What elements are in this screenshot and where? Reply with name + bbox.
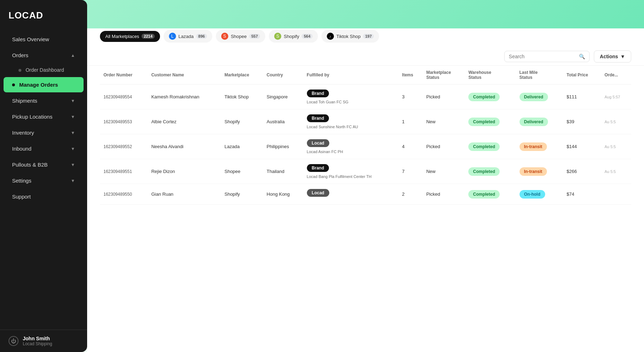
order-timestamp: Au 5:5 [601, 134, 631, 159]
tab-count: 564 [302, 34, 312, 39]
last-mile-status: In-transit [516, 134, 563, 159]
items: 4 [399, 134, 423, 159]
sidebar-footer: ⏻ John Smith Locad Shipping [0, 330, 87, 352]
active-dot-icon [12, 83, 15, 86]
tab-label: Lazada [179, 34, 194, 39]
order-number: 162309489554 [100, 85, 148, 109]
marketplace-tabs: All Marketplaces 2214 L Lazada 896 S Sho… [87, 27, 644, 48]
country: Hong Kong [263, 184, 303, 205]
tab-lazada[interactable]: L Lazada 896 [164, 30, 212, 43]
country: Thailand [263, 159, 303, 184]
marketplace-status: Picked [423, 184, 465, 205]
fulfilled-by: Locad Locad Asinan FC PH [303, 134, 399, 159]
tab-tiktok[interactable]: ♪ Tiktok Shop 197 [321, 30, 379, 43]
table-row[interactable]: 162309489550 Gian Ruan Shopify Hong Kong… [100, 184, 631, 205]
tab-shopify[interactable]: S Shopify 564 [269, 30, 318, 43]
sidebar-item-order-dashboard[interactable]: Order Dashboard [4, 64, 84, 76]
sidebar: LOCAD Sales Overview Orders ▲ Order Dash… [0, 0, 87, 352]
col-customer-name: Customer Name [148, 66, 221, 85]
tab-count: 557 [249, 34, 260, 39]
warehouse-status: Completed [465, 109, 516, 134]
tiktok-icon: ♪ [327, 33, 334, 40]
actions-label: Actions [600, 54, 618, 59]
search-input[interactable] [509, 54, 576, 59]
total-price: $111 [563, 85, 601, 109]
tab-count: 197 [363, 34, 374, 39]
logo: LOCAD [0, 0, 87, 28]
tab-shopee[interactable]: S Shopee 557 [216, 30, 265, 43]
fulfilled-by: Locad [303, 184, 399, 205]
order-number: 162309489552 [100, 134, 148, 159]
chevron-down-icon: ▼ [71, 130, 75, 135]
marketplace-status: New [423, 159, 465, 184]
table-row[interactable]: 162309489551 Rejie Dizon Shopee Thailand… [100, 159, 631, 184]
col-fulfilled-by: Fulfilled by [303, 66, 399, 85]
actions-button[interactable]: Actions ▼ [594, 50, 631, 63]
sidebar-item-settings[interactable]: Settings ▼ [4, 173, 84, 188]
sidebar-item-label: Pullouts & B2B [12, 162, 48, 168]
order-timestamp: Au 5:5 [601, 159, 631, 184]
sidebar-item-inbound[interactable]: Inbound ▼ [4, 141, 84, 156]
col-marketplace-status: MarketplaceStatus [423, 66, 465, 85]
warehouse-status: Completed [465, 85, 516, 109]
sidebar-item-inventory[interactable]: Inventory ▼ [4, 125, 84, 140]
sidebar-item-support[interactable]: Support [4, 189, 84, 204]
country: Philippines [263, 134, 303, 159]
col-warehouse-status: WarehouseStatus [465, 66, 516, 85]
marketplace: Shopify [221, 184, 263, 205]
table-body: 162309489554 Kamesh Romakrishnan Tiktok … [100, 85, 631, 205]
warehouse-status: Completed [465, 134, 516, 159]
user-subtitle: Locad Shipping [23, 341, 52, 346]
sidebar-item-shipments[interactable]: Shipments ▼ [4, 93, 84, 108]
chevron-down-icon: ▼ [71, 162, 75, 167]
user-name: John Smith [23, 336, 52, 341]
marketplace-status: Picked [423, 85, 465, 109]
dot-icon [18, 69, 21, 72]
green-background [0, 0, 644, 28]
tab-count: 2214 [142, 34, 154, 39]
tab-all-marketplaces[interactable]: All Marketplaces 2214 [100, 31, 160, 42]
orders-table: Order Number Customer Name Marketplace C… [100, 66, 631, 205]
total-price: $74 [563, 184, 601, 205]
sidebar-item-pullouts-b2b[interactable]: Pullouts & B2B ▼ [4, 157, 84, 172]
marketplace-status: Picked [423, 134, 465, 159]
table-header: Order Number Customer Name Marketplace C… [100, 66, 631, 85]
sub-nav-label: Order Dashboard [26, 67, 64, 73]
customer-name: Kamesh Romakrishnan [148, 85, 221, 109]
table-row[interactable]: 162309489554 Kamesh Romakrishnan Tiktok … [100, 85, 631, 109]
chevron-down-icon: ▼ [71, 98, 75, 103]
chevron-down-icon: ▼ [620, 54, 625, 59]
search-icon: 🔍 [579, 54, 585, 59]
shopee-icon: S [221, 33, 228, 40]
fulfilled-by: Brand Locad Bang Pla Fulfilment Center T… [303, 159, 399, 184]
country: Singapore [263, 85, 303, 109]
table-row[interactable]: 162309489552 Neesha Alvandi Lazada Phili… [100, 134, 631, 159]
sidebar-item-pickup-locations[interactable]: Pickup Locations ▼ [4, 109, 84, 124]
search-wrapper[interactable]: 🔍 [504, 51, 590, 62]
sidebar-item-label: Shipments [12, 98, 37, 104]
sidebar-item-orders[interactable]: Orders ▲ [4, 48, 84, 63]
total-price: $39 [563, 109, 601, 134]
col-order-number: Order Number [100, 66, 148, 85]
tab-count: 896 [196, 34, 207, 39]
toolbar: 🔍 Actions ▼ [87, 48, 644, 66]
warehouse-status: Completed [465, 159, 516, 184]
order-number: 162309489550 [100, 184, 148, 205]
customer-name: Albie Cortez [148, 109, 221, 134]
sidebar-item-label: Settings [12, 178, 31, 184]
customer-name: Neesha Alvandi [148, 134, 221, 159]
customer-name: Rejie Dizon [148, 159, 221, 184]
sidebar-item-sales-overview[interactable]: Sales Overview [4, 32, 84, 47]
last-mile-status: Delivered [516, 109, 563, 134]
fulfilled-by: Brand Locad Sunshine North FC AU [303, 109, 399, 134]
sidebar-item-manage-orders[interactable]: Manage Orders [4, 77, 84, 92]
order-timestamp: Aug 5:57 [601, 85, 631, 109]
fulfilled-by: Brand Locad Toh Guan FC SG [303, 85, 399, 109]
power-icon[interactable]: ⏻ [9, 336, 18, 346]
tab-label: Shopee [231, 34, 247, 39]
chevron-down-icon: ▼ [71, 146, 75, 151]
col-order-date: Orde... [601, 66, 631, 85]
order-timestamp [601, 184, 631, 205]
order-timestamp: Au 5:5 [601, 109, 631, 134]
table-row[interactable]: 162309489553 Albie Cortez Shopify Austra… [100, 109, 631, 134]
